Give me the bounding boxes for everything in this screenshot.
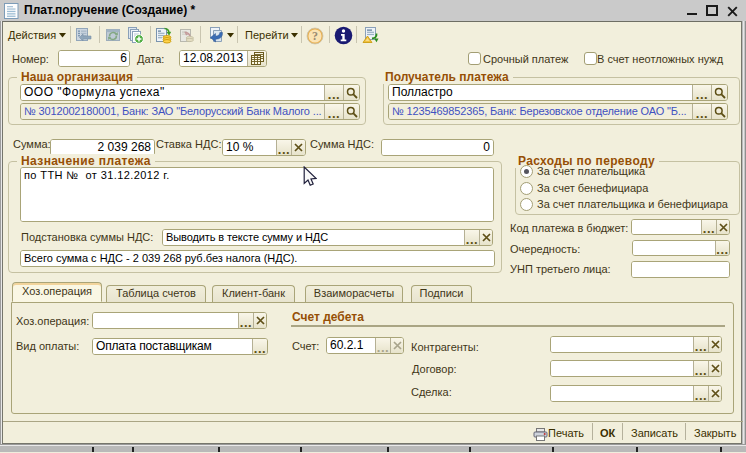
svg-text:?: ? <box>312 29 318 43</box>
